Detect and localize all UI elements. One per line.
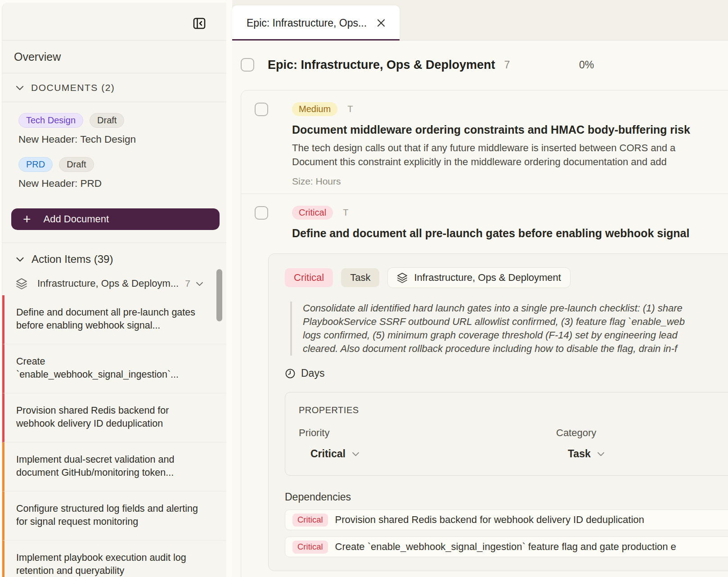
epic-group-row[interactable]: Infrastructure, Ops & Deploym... 7 [2,272,226,295]
task-type-letter: T [343,207,348,218]
documents-list: Tech Design Draft New Header: Tech Desig… [2,102,226,206]
effort-value: Days [301,367,324,379]
doc-type-badge: PRD [18,157,53,172]
layers-icon [397,272,408,283]
epic-group-count: 7 [185,278,190,289]
chevron-down-icon [352,451,360,456]
detail-epic-label: Infrastructure, Ops & Deployment [414,272,561,284]
sidebar: Overview DOCUMENTS (2) Tech Design Draft… [2,3,226,577]
task-checkbox[interactable] [255,206,268,220]
action-items-title: Action Items (39) [31,253,113,266]
action-item[interactable]: Create `enable_webhook_signal_ingestion`… [2,344,226,393]
category-label: Category [556,427,728,439]
epic-group-label: Infrastructure, Ops & Deploym... [37,278,179,289]
detail-priority-badge: Critical [285,268,333,287]
dependency-row[interactable]: Critical Create `enable_webhook_signal_i… [285,536,728,557]
action-item[interactable]: Configure structured log fields and aler… [2,491,226,541]
priority-select[interactable]: Critical [310,448,556,460]
document-entry[interactable]: PRD Draft New Header: PRD [11,157,217,189]
epic-header: Epic: Infrastructure, Ops & Deployment 7… [241,50,728,79]
chevron-down-icon [196,281,203,286]
task-detail-quote: Consolidate all identified hard launch g… [290,302,728,356]
documents-section-title: DOCUMENTS (2) [31,82,115,93]
divider [2,243,226,243]
main-content: Epic: Infrastructure, Ops & Deployment 7… [232,41,728,577]
tab-bar: Epic: Infrastructure, Ops... [232,0,728,41]
sidebar-scrollbar-thumb[interactable] [216,269,222,321]
detail-category-badge: Task [341,268,379,287]
close-tab-button[interactable] [374,16,388,30]
task-description: The tech design calls out that if any fu… [292,141,728,169]
doc-status-badge: Draft [90,113,124,128]
doc-status-badge: Draft [59,157,94,172]
tab-epic-infrastructure[interactable]: Epic: Infrastructure, Ops... [232,5,400,41]
task-type-letter: T [347,104,353,114]
chevron-down-icon [16,257,24,262]
plus-icon: + [23,212,31,226]
epic-task-count: 7 [504,59,510,71]
doc-title: New Header: PRD [18,178,217,189]
task-detail-panel: Critical Task Infrastructure, Ops & Depl… [268,253,728,571]
priority-badge: Critical [292,206,333,220]
priority-select-value: Critical [310,448,346,460]
epic-title: Epic: Infrastructure, Ops & Deployment [268,58,495,72]
doc-type-badge: Tech Design [18,113,83,128]
add-document-button[interactable]: + Add Document [11,208,220,230]
task-title: Document middleware ordering constraints… [292,123,728,136]
dependency-priority-badge: Critical [292,514,328,527]
sidebar-item-overview[interactable]: Overview [2,41,226,73]
dependency-priority-badge: Critical [292,541,328,554]
task-list-card: Medium T Document middleware ordering co… [241,90,728,577]
action-item[interactable]: Implement dual-secret validation and doc… [2,442,226,491]
effort-row: Days [285,367,728,379]
detail-epic-badge[interactable]: Infrastructure, Ops & Deployment [387,267,570,288]
dependencies-title: Dependencies [285,491,728,503]
dependency-row[interactable]: Critical Provision shared Redis backend … [285,509,728,530]
documents-section-header[interactable]: DOCUMENTS (2) [2,73,226,102]
task-title: Define and document all pre-launch gates… [292,227,728,240]
document-entry[interactable]: Tech Design Draft New Header: Tech Desig… [11,113,217,145]
add-document-label: Add Document [44,213,109,225]
layers-icon [16,278,27,289]
priority-label: Priority [299,427,556,439]
clock-icon [285,368,296,379]
action-item[interactable]: Define and document all pre-launch gates… [2,295,226,344]
epic-checkbox[interactable] [241,58,254,72]
task-row-medium[interactable]: Medium T Document middleware ordering co… [241,90,728,194]
action-item[interactable]: Provision shared Redis backend for webho… [2,393,226,442]
sidebar-header [2,3,226,41]
dependency-text: Provision shared Redis backend for webho… [335,514,644,526]
task-row-critical[interactable]: Critical T Define and document all pre-l… [241,194,728,571]
category-select[interactable]: Task [568,448,728,460]
properties-box: PROPERTIES Priority Critical [285,392,728,476]
tab-label: Epic: Infrastructure, Ops... [247,17,370,29]
priority-badge: Medium [292,102,337,116]
properties-title: PROPERTIES [299,405,728,415]
chevron-down-icon [16,85,24,90]
collapse-sidebar-button[interactable] [191,15,207,32]
action-item[interactable]: Implement playbook execution audit log r… [2,541,226,577]
dependency-text: Create `enable_webhook_signal_ingestion`… [335,541,676,553]
epic-progress: 0% [579,59,594,71]
action-items-section-header[interactable]: Action Items (39) [2,247,226,272]
task-size: Size: Hours [292,176,728,187]
collapse-sidebar-icon [192,16,207,31]
chevron-down-icon [597,451,605,456]
category-select-value: Task [568,448,591,460]
task-checkbox[interactable] [255,103,268,116]
doc-title: New Header: Tech Design [18,134,217,145]
